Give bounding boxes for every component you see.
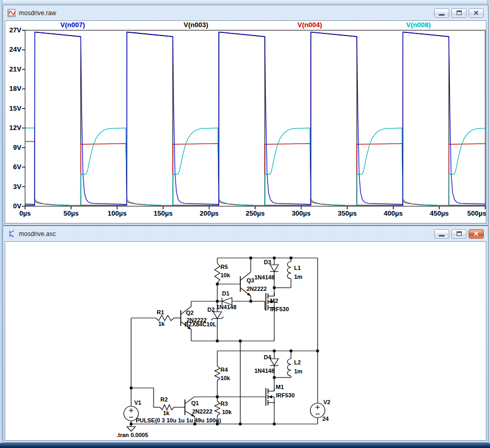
schematic-label[interactable]: 10k [220, 375, 230, 381]
schematic-file-icon [7, 230, 16, 238]
schematic-label[interactable]: PULSE(0 3 10u 1u 1u 49u 100u) [136, 417, 221, 423]
schematic-label[interactable]: 2N2222 [247, 286, 267, 292]
waveform-pane[interactable]: V(n007)V(n003)V(n004)V(n008)0V3V6V9V12V1… [5, 20, 486, 223]
restore-button[interactable] [451, 229, 466, 239]
y-tick-label: 6V [13, 163, 21, 171]
resistor-R3[interactable] [215, 401, 220, 416]
minimize-button[interactable] [434, 8, 449, 18]
schematic-label[interactable]: V1 [134, 399, 141, 406]
schematic-label[interactable]: L1 [294, 265, 301, 271]
schematic-label[interactable]: R3 [220, 400, 228, 407]
junction-dot [239, 340, 242, 343]
schematic-label[interactable]: 10k [222, 409, 232, 415]
trace-V(n003) [25, 32, 485, 205]
schematic-window: mosdrive.asc R510kQ32N2222D31N4148L11mM2… [3, 226, 488, 443]
restore-button[interactable] [451, 8, 466, 18]
schematic-label[interactable]: Q3 [247, 277, 254, 284]
legend-trace-3[interactable]: V(n004) [298, 21, 322, 29]
schematic-label[interactable]: D2 [207, 306, 215, 313]
schematic-drawing: R510kQ32N2222D31N4148L11mM2IRF530D11N414… [116, 257, 330, 439]
transistor-Q3[interactable] [240, 272, 251, 296]
schematic-label[interactable]: 1N4148 [216, 304, 237, 310]
resistor-R4[interactable] [215, 366, 220, 381]
junction-dot [273, 257, 276, 260]
y-tick-label: 27V [9, 26, 21, 34]
schematic-label[interactable]: 1k [158, 321, 165, 327]
schematic-label[interactable]: .tran 0.0005 [116, 432, 148, 438]
trace-V(n004) [25, 142, 485, 206]
junction-dot [250, 257, 252, 260]
schematic-label[interactable]: 24 [322, 416, 329, 422]
schematic-label[interactable]: R4 [220, 367, 228, 373]
schematic-label[interactable]: IRF530 [270, 306, 289, 312]
schematic-label[interactable]: L2 [294, 359, 301, 366]
diode-D3[interactable] [270, 265, 278, 272]
waveform-window: mosdrive.raw V(n007)V(n003)V(n004)V(n008… [3, 5, 488, 226]
plot-frame [25, 30, 485, 206]
legend-trace-2[interactable]: V(n003) [184, 21, 208, 29]
trace-V(n008) [25, 128, 485, 205]
x-tick-label: 0µs [19, 209, 31, 217]
schematic-label[interactable]: 1m [294, 368, 302, 374]
ground-flag[interactable] [127, 427, 135, 431]
schematic-label[interactable]: Q1 [191, 400, 199, 406]
mosfet-M1[interactable] [266, 388, 274, 406]
schematic-canvas[interactable]: R510kQ32N2222D31N4148L11mM2IRF530D11N414… [5, 242, 486, 440]
schematic-label[interactable]: D3 [264, 259, 271, 265]
schematic-label[interactable]: 2N2222 [192, 408, 213, 415]
x-tick-label: 350µs [337, 209, 356, 217]
schematic-label[interactable]: IRF530 [276, 392, 295, 398]
inductor-L1[interactable] [287, 262, 291, 279]
y-tick-label: 24V [9, 45, 21, 53]
schematic-label[interactable]: R2 [160, 396, 168, 403]
schematic-label[interactable]: 1m [294, 274, 302, 280]
schematic-label[interactable]: D1 [222, 290, 229, 297]
waveform-window-titlebar[interactable]: mosdrive.raw [3, 5, 488, 20]
junction-dot [290, 257, 293, 260]
junction-dot [216, 396, 219, 398]
y-tick-label: 0V [13, 202, 21, 210]
y-tick-label: 12V [9, 124, 21, 132]
schematic-label[interactable]: M2 [270, 298, 278, 304]
zener-D2[interactable] [211, 312, 224, 320]
junction-dot [130, 423, 133, 426]
x-tick-label: 300µs [291, 209, 310, 217]
junction-dot [216, 340, 219, 343]
schematic-label[interactable]: R5 [220, 264, 228, 270]
x-tick-label: 150µs [154, 209, 172, 217]
legend-trace-1[interactable]: V(n007) [61, 21, 85, 29]
schematic-pane[interactable]: R510kQ32N2222D31N4148L11mM2IRF530D11N414… [5, 241, 486, 441]
junction-dot [239, 423, 242, 426]
minimize-button[interactable] [434, 229, 449, 239]
schematic-label[interactable]: 1N4148 [254, 368, 275, 374]
waveform-plot[interactable]: V(n007)V(n003)V(n004)V(n008)0V3V6V9V12V1… [5, 21, 486, 223]
y-tick-label: 18V [9, 85, 21, 92]
close-button[interactable] [469, 229, 484, 239]
x-tick-label: 250µs [246, 209, 264, 217]
schematic-label[interactable]: D4 [264, 354, 272, 360]
diode-D4[interactable] [270, 359, 278, 366]
inductor-L2[interactable] [287, 359, 291, 376]
schematic-window-titlebar[interactable]: mosdrive.asc [3, 226, 488, 241]
junction-dot [216, 300, 219, 303]
schematic-label[interactable]: 10k [220, 272, 230, 278]
schematic-label[interactable]: M1 [276, 384, 284, 390]
restore-icon [457, 10, 462, 15]
junction-dot [273, 350, 276, 352]
schematic-label[interactable]: 1N4148 [254, 274, 275, 280]
schematic-label[interactable]: Q2 [186, 310, 194, 316]
junction-dot [290, 350, 293, 352]
waveform-window-controls [434, 8, 485, 18]
schematic-label[interactable]: R1 [157, 309, 164, 315]
close-button[interactable] [469, 8, 484, 18]
schematic-label[interactable]: 1k [163, 410, 170, 416]
resistor-R1[interactable] [156, 315, 174, 321]
junction-dot [273, 287, 276, 289]
legend-trace-4[interactable]: V(n008) [406, 21, 431, 29]
restore-icon [457, 231, 462, 236]
minimize-icon [439, 235, 445, 237]
schematic-label[interactable]: V2 [323, 399, 330, 405]
resistor-R2[interactable] [160, 405, 174, 410]
schematic-label[interactable]: BZX84C10L [184, 321, 216, 327]
resistor-R5[interactable] [215, 263, 220, 283]
